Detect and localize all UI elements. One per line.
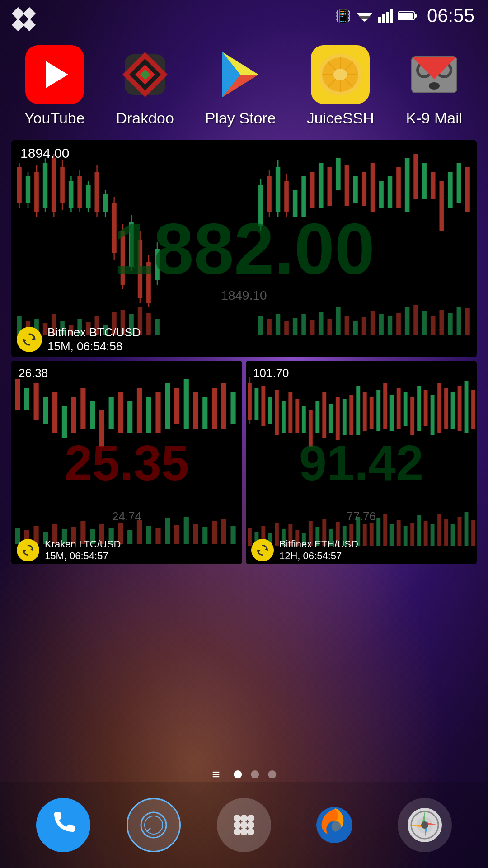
svg-rect-199 [268, 397, 272, 424]
svg-rect-160 [155, 392, 160, 433]
svg-rect-213 [363, 392, 367, 431]
ltc-refresh-button[interactable] [17, 539, 39, 561]
svg-rect-134 [396, 313, 401, 335]
svg-rect-163 [184, 379, 189, 429]
ltc-price-top: 26.38 [19, 366, 48, 380]
app-icon-drakdoo[interactable]: ◆ Drakdoo [116, 45, 174, 127]
page-indicator-3[interactable] [268, 770, 276, 778]
svg-rect-262 [465, 512, 469, 546]
svg-rect-137 [422, 311, 427, 335]
btc-price-current: 1882.00 [113, 207, 375, 290]
svg-rect-228 [465, 381, 469, 433]
svg-rect-151 [71, 397, 76, 433]
svg-rect-168 [230, 392, 235, 424]
svg-point-282 [421, 821, 428, 829]
status-time: 06:55 [427, 5, 474, 27]
svg-rect-215 [376, 390, 380, 431]
svg-rect-187 [184, 517, 189, 544]
svg-rect-94 [413, 154, 418, 199]
svg-rect-162 [174, 388, 179, 424]
app-icon-youtube[interactable]: YouTube [24, 45, 85, 127]
svg-rect-138 [431, 316, 435, 335]
eth-price-current: 91.42 [299, 434, 423, 491]
svg-rect-186 [174, 525, 179, 544]
dock-phone[interactable] [36, 798, 90, 852]
page-menu-icon[interactable]: ≡ [212, 767, 220, 782]
dock-firefox[interactable] [307, 798, 361, 852]
svg-rect-84 [327, 167, 332, 206]
svg-rect-198 [261, 386, 265, 426]
svg-rect-214 [370, 397, 374, 429]
svg-rect-225 [444, 388, 448, 429]
svg-rect-116 [146, 313, 151, 335]
svg-rect-248 [370, 523, 374, 546]
wifi-icon [357, 9, 373, 23]
svg-rect-124 [310, 320, 314, 335]
svg-rect-216 [383, 383, 387, 429]
app-icon-juicessh[interactable]: JuiceSSH [307, 45, 374, 127]
chart-btc[interactable]: 1894.00 1882.00 1849.10 [11, 140, 477, 357]
svg-rect-184 [155, 528, 160, 544]
svg-rect-133 [388, 316, 392, 335]
svg-rect-165 [202, 397, 207, 429]
svg-point-29 [333, 69, 347, 80]
ltc-exchange: Kraken LTC/USD [45, 538, 121, 550]
svg-rect-99 [456, 163, 461, 203]
chart-eth[interactable]: 101.70 91.42 77.76 [246, 361, 477, 564]
svg-point-272 [240, 821, 248, 829]
dock [0, 782, 488, 868]
dock-darktable[interactable] [398, 798, 452, 852]
svg-rect-92 [396, 167, 401, 208]
svg-rect-8 [382, 14, 385, 23]
svg-rect-156 [118, 392, 123, 433]
svg-rect-98 [448, 172, 452, 208]
charts-small-row: 26.38 25.35 24.74 [11, 361, 477, 564]
dock-app-drawer[interactable] [217, 798, 271, 852]
svg-rect-227 [458, 386, 462, 431]
page-indicator-1[interactable] [234, 770, 242, 778]
svg-rect-10 [390, 9, 393, 23]
btc-refresh-button[interactable] [17, 327, 42, 352]
svg-rect-142 [465, 308, 470, 335]
app-icon-k9mail[interactable]: K-9 Mail [405, 45, 464, 127]
svg-rect-219 [404, 392, 408, 426]
page-indicator-2[interactable] [251, 770, 259, 778]
app-icon-playstore[interactable]: Play Store [205, 45, 276, 127]
svg-rect-118 [258, 316, 263, 335]
svg-rect-135 [405, 307, 409, 335]
svg-rect-131 [371, 311, 375, 335]
charts-area: 1894.00 1882.00 1849.10 [11, 140, 477, 778]
svg-rect-9 [386, 12, 389, 23]
svg-rect-153 [90, 401, 95, 429]
svg-rect-249 [376, 518, 380, 546]
svg-rect-12 [414, 14, 417, 18]
youtube-icon-bg [25, 45, 84, 104]
btc-price-top: 1894.00 [20, 146, 69, 161]
svg-rect-259 [444, 519, 448, 546]
eth-price-top: 101.70 [253, 366, 289, 380]
svg-text:◆: ◆ [140, 67, 150, 81]
svg-rect-139 [439, 310, 444, 335]
page-indicators: ≡ [212, 767, 276, 782]
svg-rect-87 [353, 176, 358, 203]
svg-point-269 [240, 815, 248, 822]
eth-chart-info: Bitfinex ETH/USD 12H, 06:54:57 [251, 538, 358, 562]
dock-messages[interactable] [127, 798, 181, 852]
svg-rect-210 [343, 399, 347, 435]
k9mail-label: K-9 Mail [406, 109, 463, 127]
svg-rect-130 [362, 317, 366, 335]
svg-rect-255 [417, 515, 421, 546]
svg-rect-260 [451, 524, 455, 546]
svg-rect-91 [388, 176, 392, 208]
juicessh-label: JuiceSSH [307, 109, 374, 127]
chart-ltc[interactable]: 26.38 25.35 24.74 [11, 361, 242, 564]
ltc-exchange-info: Kraken LTC/USD 15M, 06:54:57 [45, 538, 121, 562]
btc-timeframe: 15M, 06:54:58 [47, 340, 141, 354]
svg-point-271 [234, 821, 241, 829]
svg-rect-197 [254, 388, 258, 420]
svg-rect-86 [345, 165, 349, 206]
svg-point-274 [234, 828, 241, 835]
svg-rect-204 [302, 406, 306, 433]
eth-refresh-button[interactable] [251, 539, 274, 561]
eth-exchange-info: Bitfinex ETH/USD 12H, 06:54:57 [279, 538, 358, 562]
